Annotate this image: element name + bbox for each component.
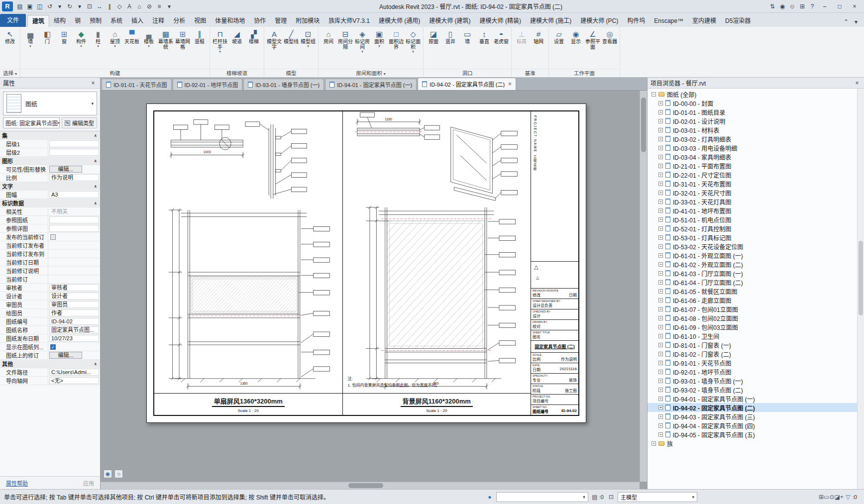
property-row[interactable]: 图纸发布日期 10/27/23 ∧	[0, 334, 100, 343]
ribbon-tool-button[interactable]: ⌂ 房间 ▾	[320, 28, 337, 46]
property-value[interactable]	[49, 140, 99, 147]
scrollbar-thumb[interactable]	[641, 98, 646, 152]
checkbox[interactable]	[50, 344, 56, 350]
ribbon-tool-button[interactable]: ▞ 楼梯 ▾	[245, 28, 262, 46]
ribbon-tool-button[interactable]: # 轴网 ▾	[530, 28, 547, 46]
close-tab-icon[interactable]: ×	[508, 81, 512, 88]
property-row[interactable]: 其他 ∧	[0, 360, 100, 368]
property-row[interactable]: 发布的当前修订 ∧	[0, 233, 100, 241]
ribbon-tool-button[interactable]: ⊞ 窗 ▾	[56, 28, 73, 46]
property-value[interactable]	[49, 216, 99, 223]
section-icon[interactable]: ⊘	[144, 1, 154, 11]
ribbon-panel-label[interactable]: 房间和面积▾	[319, 69, 423, 77]
tree-item-sheet[interactable]: + ID-02-01 - 设计说明	[648, 116, 864, 125]
ribbon-tab[interactable]: 建模大师 (建筑)	[425, 15, 475, 27]
select-pinned-icon[interactable]: ⊙	[829, 494, 834, 501]
property-row[interactable]: 当前修订发布者 ∧	[0, 241, 100, 250]
tree-item-sheet[interactable]: + ID-03-01 - 材料表	[648, 125, 864, 134]
ribbon-tab[interactable]: 协作	[249, 15, 270, 27]
ribbon-tab[interactable]: D5渲染器	[721, 15, 755, 27]
tree-node-families[interactable]: + 族	[648, 439, 864, 448]
ribbon-panel-label[interactable]: 构建▾	[20, 69, 210, 77]
apply-button[interactable]: 应用	[83, 479, 94, 487]
ribbon-tab[interactable]: 构件坞	[623, 15, 649, 27]
expand-icon[interactable]: +	[658, 226, 663, 231]
property-row[interactable]: 审图员 审图员 ∧	[0, 301, 100, 309]
expand-icon[interactable]: +	[658, 388, 663, 392]
ribbon-tool-button[interactable]: ▮ 柱 ▾	[90, 28, 107, 49]
expand-icon[interactable]: +	[658, 414, 663, 419]
tree-item-sheet[interactable]: + ID-53-01 - 灯具标记图	[648, 233, 864, 242]
ribbon-tool-button[interactable]: ▱ 设置 ▾	[550, 28, 567, 46]
redo-dropdown-icon[interactable]: ▾	[75, 1, 85, 11]
ribbon-tab[interactable]: 附加模块	[291, 15, 324, 27]
expand-icon[interactable]: +	[658, 361, 663, 365]
expand-icon[interactable]: +	[658, 423, 663, 428]
app-menu-button[interactable]: R	[2, 1, 13, 11]
redo-icon[interactable]: ↻	[65, 1, 75, 11]
maximize-button[interactable]: □	[832, 1, 847, 12]
ribbon-tab[interactable]: 分析	[169, 15, 190, 27]
ribbon-tab[interactable]: 钢	[70, 15, 85, 27]
tree-item-sheet[interactable]: + ID-93-01 - 墙身节点图 (一)	[648, 376, 864, 385]
ribbon-tool-button[interactable]: □ 面积边界 ▾	[388, 28, 405, 51]
collapse-section-icon[interactable]: ∧	[94, 133, 98, 138]
tree-item-sheet[interactable]: + ID-01-01 - 图纸目录	[648, 107, 864, 116]
document-tab[interactable]: ID-94-01 - 固定家具节点图 (一) ×	[325, 79, 417, 90]
save-icon[interactable]: ◫	[35, 1, 45, 11]
expand-icon[interactable]: +	[658, 289, 663, 294]
ribbon-tool-button[interactable]: A 模型文字 ▾	[266, 28, 283, 51]
ribbon-tab[interactable]: 建模大师 (通用)	[374, 15, 425, 27]
ribbon-tab[interactable]: Enscape™	[649, 15, 688, 27]
tree-item-sheet[interactable]: + ID-61-01 - 外观立面图 (一)	[648, 251, 864, 260]
property-row[interactable]: 层级1 ∧	[0, 140, 100, 148]
expand-icon[interactable]: +	[658, 397, 663, 401]
property-row[interactable]: 比例 作为说明 ∧	[0, 174, 100, 182]
property-value[interactable]: 10/27/23	[49, 335, 99, 342]
property-value[interactable]: 编辑...	[49, 166, 82, 173]
property-row[interactable]: 图纸名称 固定家具节点图... ∧	[0, 326, 100, 334]
tree-item-sheet[interactable]: + ID-61-03 - 门厅立面图 (一)	[648, 269, 864, 278]
tree-node-sheets[interactable]: − 图纸 (全部)	[648, 90, 864, 99]
property-row[interactable]: 当前修订说明 ∧	[0, 267, 100, 275]
tree-item-sheet[interactable]: + ID-94-02 - 固定家具节点图 (二)	[648, 403, 864, 412]
ribbon-tab[interactable]: 体量和场地	[211, 15, 249, 27]
property-value[interactable]: A3	[49, 191, 99, 198]
ribbon-panel-label[interactable]: 选择▾	[0, 69, 20, 77]
property-value[interactable]	[49, 225, 99, 232]
undo-dropdown-icon[interactable]: ▾	[55, 1, 65, 11]
tree-item-sheet[interactable]: + ID-32-01 - 天花尺寸图	[648, 188, 864, 197]
property-value[interactable]	[49, 149, 99, 156]
property-row[interactable]: 绘图员 作者 ∧	[0, 309, 100, 317]
text-icon[interactable]: A	[124, 1, 134, 11]
new-file-icon[interactable]: ▤	[15, 1, 25, 11]
notification-icon[interactable]: ◉	[777, 1, 787, 11]
expand-icon[interactable]: +	[658, 280, 663, 285]
ribbon-tool-button[interactable]: ◇ 标记面积 ▾	[405, 28, 422, 55]
expand-icon[interactable]: +	[658, 379, 663, 383]
tree-item-sheet[interactable]: + ID-81-01 - 门窗表 (一)	[648, 340, 864, 349]
tree-item-sheet[interactable]: + ID-61-05 - 就餐区立面图	[648, 287, 864, 296]
expand-icon[interactable]: +	[658, 307, 663, 311]
ribbon-tool-button[interactable]: ⊓ 栏杆扶手 ▾	[212, 28, 228, 55]
properties-help-link[interactable]: 属性帮助	[6, 479, 28, 487]
property-value[interactable]: 设计者	[49, 293, 99, 300]
undo-icon[interactable]: ↺	[45, 1, 55, 11]
document-tab[interactable]: ID-93-01 - 墙身节点图 (一) ×	[243, 79, 324, 90]
expand-icon[interactable]: +	[658, 405, 663, 410]
filter-icon[interactable]: ▽	[844, 493, 853, 502]
expand-icon[interactable]: +	[658, 343, 663, 347]
ribbon-tool-button[interactable]: ↖ 修改 ▾	[1, 28, 18, 46]
collapse-icon[interactable]: −	[651, 92, 656, 97]
tree-item-sheet[interactable]: + ID-61-06 - 走廊立面图	[648, 296, 864, 304]
expand-icon[interactable]: +	[658, 182, 663, 186]
property-row[interactable]: 审核者 审核者 ∧	[0, 284, 100, 292]
property-value[interactable]: C:\Users\Admi...	[49, 369, 99, 376]
tree-item-sheet[interactable]: + ID-52-01 - 灯具控制图	[648, 224, 864, 233]
ribbon-tool-button[interactable]: ◆ 构件 ▾	[73, 28, 90, 49]
expand-icon[interactable]: +	[658, 164, 663, 168]
tree-item-sheet[interactable]: + ID-81-02 - 门窗表 (二)	[648, 349, 864, 358]
ribbon-tab[interactable]: 族库大师V7.3.1	[324, 15, 374, 27]
scrollbar-thumb[interactable]	[348, 483, 383, 488]
expand-icon[interactable]: +	[658, 191, 663, 195]
